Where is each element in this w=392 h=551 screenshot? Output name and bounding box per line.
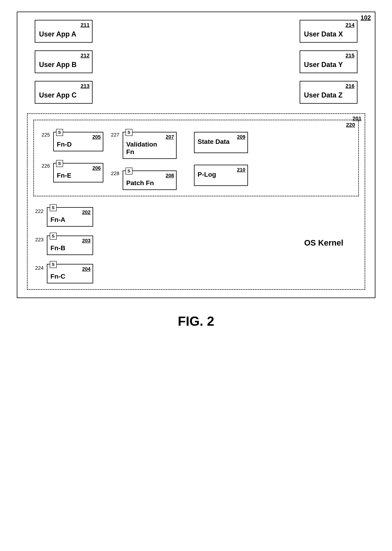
user-data-col: 214 User Data X 215 User Data Y 216 User… bbox=[300, 20, 357, 104]
ptr-226: 226 bbox=[42, 163, 50, 169]
state-data-ref: 209 bbox=[237, 134, 245, 140]
p-log-label: P-Log bbox=[198, 171, 243, 178]
fn-c-box: S 204 Fn-C bbox=[47, 264, 93, 283]
fn-c-label: Fn-C bbox=[50, 273, 88, 280]
fn-a-wrapper: 222 S 202 Fn-A bbox=[47, 202, 93, 227]
fn-e-s-badge: S bbox=[56, 160, 63, 167]
user-app-b-ref: 212 bbox=[81, 52, 90, 59]
p-log-box: 210 P-Log bbox=[194, 165, 248, 186]
os-kernel-section: 222 S 202 Fn-A 223 S 203 Fn-B bbox=[33, 202, 359, 283]
user-app-b-box: 212 User App B bbox=[35, 51, 92, 73]
fn-d-label: Fn-D bbox=[57, 141, 98, 148]
validation-fn-s-badge: S bbox=[126, 129, 133, 136]
validation-fn-label: Validation Fn bbox=[126, 141, 171, 156]
patch-fn-label: Patch Fn bbox=[126, 179, 171, 187]
state-data-box: 209 State Data bbox=[194, 132, 248, 153]
fn-b-ref: 203 bbox=[82, 238, 91, 244]
user-data-x-ref: 214 bbox=[345, 22, 355, 28]
user-app-a-ref: 211 bbox=[81, 22, 90, 28]
os-kernel-label: OS Kernel bbox=[304, 238, 343, 247]
fn-d-s-badge: S bbox=[56, 129, 63, 136]
p-log-ref: 210 bbox=[237, 167, 245, 173]
inner-container: 220 225 S 205 Fn-D 226 bbox=[33, 120, 359, 196]
top-section: 211 User App A 212 User App B 213 User A… bbox=[27, 20, 365, 104]
user-app-b-label: User App B bbox=[39, 61, 86, 69]
ptr-228: 228 bbox=[111, 170, 119, 176]
ptr-224: 224 bbox=[35, 265, 44, 271]
ptr-225: 225 bbox=[42, 132, 50, 138]
fn-b-box: S 203 Fn-B bbox=[47, 236, 93, 255]
patch-fn-box: S 208 Patch Fn bbox=[123, 170, 177, 190]
fn-e-wrapper: 226 S 206 Fn-E bbox=[53, 157, 103, 182]
fn-b-wrapper: 223 S 203 Fn-B bbox=[47, 231, 93, 255]
patch-fn-s-badge: S bbox=[126, 167, 133, 174]
user-app-c-ref: 213 bbox=[81, 83, 90, 89]
validation-fn-wrapper: 227 S 207 Validation Fn bbox=[123, 126, 177, 159]
validation-fn-box: S 207 Validation Fn bbox=[123, 132, 177, 159]
main-container: 102 211 User App A 212 User App B 213 Us… bbox=[17, 12, 375, 298]
user-data-z-label: User Data Z bbox=[304, 91, 351, 99]
fn-a-s-badge: S bbox=[50, 204, 57, 211]
fn-a-ref: 202 bbox=[82, 209, 91, 215]
fig-caption: FIG. 2 bbox=[178, 313, 214, 329]
patch-fn-ref: 208 bbox=[166, 173, 174, 179]
fn-validation-patch-col: 227 S 207 Validation Fn 228 S 208 bbox=[113, 126, 177, 190]
inner-container-ref: 220 bbox=[346, 122, 355, 128]
fn-b-label: Fn-B bbox=[50, 244, 88, 252]
inner-data-col: 209 State Data 210 P-Log bbox=[194, 126, 248, 186]
fn-e-box: S 206 Fn-E bbox=[53, 163, 103, 182]
validation-fn-ref: 207 bbox=[166, 134, 174, 140]
ptr-222: 222 bbox=[35, 208, 44, 214]
user-app-c-label: User App C bbox=[39, 91, 86, 99]
fn-e-label: Fn-E bbox=[57, 172, 98, 179]
ptr-223: 223 bbox=[35, 237, 44, 243]
fn-b-s-badge: S bbox=[50, 233, 57, 239]
state-data-label: State Data bbox=[198, 138, 243, 145]
user-apps-col: 211 User App A 212 User App B 213 User A… bbox=[35, 20, 92, 104]
user-app-a-label: User App A bbox=[39, 30, 86, 38]
patch-fn-wrapper: 228 S 208 Patch Fn bbox=[123, 165, 177, 190]
fn-d-box: S 205 Fn-D bbox=[53, 132, 103, 151]
outer-container: 201 220 225 S 205 Fn-D bbox=[27, 113, 365, 290]
fn-e-ref: 206 bbox=[92, 165, 101, 171]
fn-a-label: Fn-A bbox=[50, 216, 88, 223]
user-data-y-box: 215 User Data Y bbox=[300, 51, 357, 73]
fn-d-ref: 205 bbox=[92, 134, 101, 140]
user-data-x-box: 214 User Data X bbox=[300, 20, 357, 43]
kernel-fn-col: 222 S 202 Fn-A 223 S 203 Fn-B bbox=[47, 202, 93, 283]
user-data-y-label: User Data Y bbox=[304, 61, 351, 69]
user-data-x-label: User Data X bbox=[304, 30, 351, 38]
user-app-c-box: 213 User App C bbox=[35, 81, 92, 104]
main-ref: 102 bbox=[361, 14, 371, 21]
user-data-z-box: 216 User Data Z bbox=[300, 81, 357, 104]
user-data-y-ref: 215 bbox=[345, 52, 355, 59]
fn-c-wrapper: 224 S 204 Fn-C bbox=[47, 259, 93, 283]
user-app-a-box: 211 User App A bbox=[35, 20, 92, 43]
fn-c-s-badge: S bbox=[50, 261, 57, 268]
user-data-z-ref: 216 bbox=[345, 83, 355, 89]
ptr-227: 227 bbox=[111, 132, 119, 138]
fn-a-box: S 202 Fn-A bbox=[47, 207, 93, 227]
fn-d-wrapper: 225 S 205 Fn-D bbox=[53, 126, 103, 151]
fn-c-ref: 204 bbox=[82, 266, 91, 272]
inner-fn-grid: 225 S 205 Fn-D 226 S 206 Fn-E bbox=[40, 126, 352, 190]
fn-de-col: 225 S 205 Fn-D 226 S 206 Fn-E bbox=[40, 126, 103, 182]
